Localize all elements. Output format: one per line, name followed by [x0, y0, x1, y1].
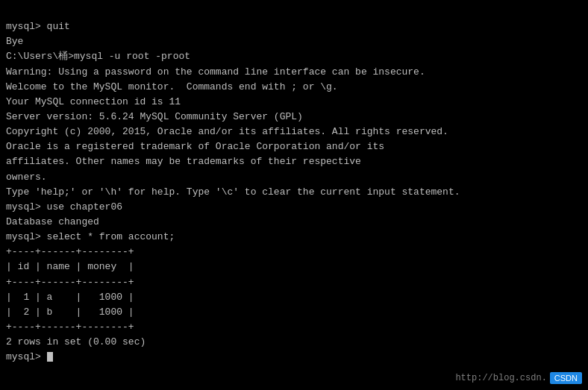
terminal-line: C:\Users\桶>mysql -u root -proot	[6, 49, 582, 64]
terminal-line: | 1 | a | 1000 |	[6, 290, 582, 305]
terminal-line: mysql>	[6, 350, 582, 365]
terminal-line: Welcome to the MySQL monitor. Commands e…	[6, 80, 582, 95]
terminal-window: mysql> quitByeC:\Users\桶>mysql -u root -…	[0, 0, 588, 369]
terminal-line: +----+------+--------+	[6, 320, 582, 335]
terminal-line: mysql> use chapter06	[6, 200, 582, 215]
terminal-line: mysql> select * from account;	[6, 230, 582, 245]
terminal-line: | id | name | money |	[6, 260, 582, 274]
terminal-line: affiliates. Other names may be trademark…	[6, 154, 582, 169]
terminal-line: +----+------+--------+	[6, 275, 582, 290]
terminal-line: Server version: 5.6.24 MySQL Community S…	[6, 110, 582, 125]
terminal-line: Warning: Using a password on the command…	[6, 65, 582, 80]
watermark-container: http://blog.csdn. CSDN	[455, 372, 582, 384]
watermark-badge: CSDN	[550, 372, 582, 384]
cursor-block	[47, 352, 53, 362]
terminal-line: Type 'help;' or '\h' for help. Type '\c'…	[6, 185, 582, 200]
terminal-line: +----+------+--------+	[6, 245, 582, 260]
terminal-line: Copyright (c) 2000, 2015, Oracle and/or …	[6, 125, 582, 139]
terminal-line: mysql> quit	[6, 19, 582, 34]
terminal-line: Bye	[6, 34, 582, 49]
terminal-line: Your MySQL connection id is 11	[6, 95, 582, 110]
terminal-line: Oracle is a registered trademark of Orac…	[6, 139, 582, 154]
terminal-line: Database changed	[6, 215, 582, 230]
watermark-url: http://blog.csdn.	[455, 373, 546, 383]
terminal-line: 2 rows in set (0.00 sec)	[6, 335, 582, 350]
terminal-line: owners.	[6, 170, 582, 185]
terminal-line: | 2 | b | 1000 |	[6, 305, 582, 320]
